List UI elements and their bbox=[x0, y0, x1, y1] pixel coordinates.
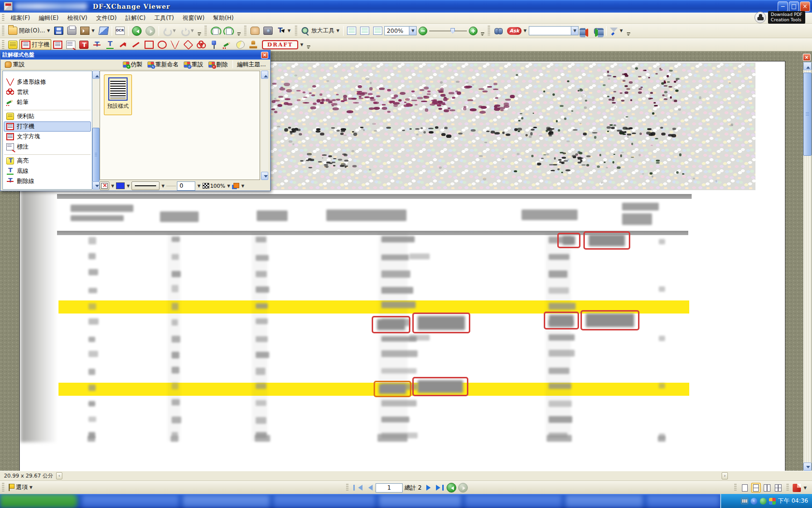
opacity-dropdown[interactable]: ▼ bbox=[226, 184, 231, 188]
scrollbar-thumb[interactable] bbox=[803, 73, 812, 156]
last-page-button[interactable] bbox=[435, 483, 445, 492]
snapshot-button[interactable] bbox=[261, 25, 275, 36]
palette-tool-item[interactable]: 多邊形線條 bbox=[4, 77, 91, 87]
scroll-down-button[interactable] bbox=[803, 463, 812, 471]
scroll-up-button[interactable] bbox=[803, 62, 812, 70]
actual-size-button[interactable] bbox=[345, 25, 358, 36]
typewriter-button[interactable]: 打字機 bbox=[19, 39, 51, 50]
rectangle-annotation[interactable] bbox=[580, 310, 639, 330]
sticky-note-button[interactable] bbox=[6, 39, 19, 50]
palette-tool-item[interactable]: 文字方塊 bbox=[4, 132, 91, 142]
select-text-button[interactable]: ▼ bbox=[275, 25, 293, 36]
next-page-button[interactable] bbox=[423, 483, 433, 492]
minimize-button[interactable]: − bbox=[778, 1, 788, 12]
zoom-in-button[interactable] bbox=[467, 25, 479, 37]
save-button[interactable] bbox=[52, 25, 65, 36]
rectangle-tool-button[interactable] bbox=[143, 39, 156, 50]
close-button[interactable]: × bbox=[800, 1, 810, 12]
palette-tool-item[interactable]: 打字機 bbox=[4, 121, 91, 132]
zoom-level-combo[interactable]: 200% bbox=[384, 26, 409, 35]
start-button[interactable] bbox=[0, 494, 77, 508]
single-page-layout-button[interactable] bbox=[740, 483, 750, 493]
stroke-color-button[interactable] bbox=[100, 181, 109, 190]
line-style-button[interactable] bbox=[131, 181, 160, 190]
toolbar-grip[interactable] bbox=[2, 40, 4, 49]
reset-style-button[interactable]: 重設 bbox=[181, 60, 206, 70]
polygon-tool-button[interactable] bbox=[182, 39, 195, 50]
blend-color-dropdown[interactable]: ▼ bbox=[240, 184, 245, 188]
scroll-up-button[interactable] bbox=[92, 71, 100, 79]
toolbar-grip[interactable] bbox=[2, 14, 4, 21]
toolbar-grip[interactable] bbox=[786, 484, 789, 492]
fill-color-dropdown[interactable]: ▼ bbox=[126, 184, 130, 188]
first-page-button[interactable] bbox=[352, 483, 362, 492]
taskbar-item[interactable] bbox=[274, 495, 375, 507]
menu-item[interactable]: 視窗(W) bbox=[178, 13, 209, 24]
redo-button[interactable]: ▼ bbox=[178, 26, 196, 36]
polyline-tool-button[interactable] bbox=[169, 39, 182, 50]
menu-item[interactable]: 檔案(F) bbox=[6, 13, 34, 24]
palette-tool-item[interactable]: 雲狀 bbox=[4, 87, 91, 97]
find-previous-button[interactable] bbox=[579, 25, 592, 36]
delete-style-button[interactable]: 刪除 bbox=[206, 60, 231, 70]
palette-tool-item[interactable]: 便利貼 bbox=[4, 110, 91, 121]
continuous-layout-button[interactable] bbox=[751, 483, 761, 493]
collapse-left-chevron[interactable]: ‹ bbox=[56, 472, 62, 479]
palette-tool-item[interactable]: 高亮 bbox=[4, 154, 91, 166]
undo-button[interactable]: ▼ bbox=[160, 26, 178, 36]
download-pdf-badge[interactable]: Download PDFCreation Tools bbox=[754, 11, 805, 24]
toolbar-overflow[interactable] bbox=[197, 31, 202, 38]
stroke-color-dropdown[interactable]: ▼ bbox=[110, 184, 115, 188]
rectangle-annotation[interactable] bbox=[372, 316, 410, 333]
vertical-scrollbar[interactable] bbox=[803, 62, 812, 471]
scroll-up-button[interactable] bbox=[261, 71, 268, 79]
scroll-down-button[interactable] bbox=[261, 172, 268, 180]
draft-stamp-button[interactable]: DRAFT▼ bbox=[260, 39, 305, 51]
find-next-button[interactable] bbox=[592, 25, 605, 36]
ocr-button[interactable]: OCR bbox=[114, 25, 127, 36]
zoom-out-button[interactable] bbox=[417, 25, 429, 37]
rotate-cw-button[interactable] bbox=[222, 25, 236, 37]
fit-width-button[interactable] bbox=[371, 25, 384, 36]
fit-page-button[interactable] bbox=[358, 25, 371, 36]
zoom-slider[interactable] bbox=[429, 27, 467, 35]
taskbar-item[interactable] bbox=[566, 495, 643, 507]
palette-reset-button[interactable]: 重設 bbox=[2, 60, 27, 70]
go-forward-button[interactable] bbox=[144, 25, 157, 37]
text-box-button[interactable] bbox=[51, 39, 64, 50]
view-forward-button[interactable] bbox=[458, 483, 468, 493]
pencil-tool-button[interactable] bbox=[221, 39, 234, 50]
toolbar-overflow[interactable] bbox=[626, 31, 631, 38]
previous-page-button[interactable] bbox=[364, 483, 374, 492]
toolbar-overflow[interactable] bbox=[480, 31, 485, 38]
rename-style-button[interactable]: 重新命名 bbox=[145, 60, 181, 70]
restore-button[interactable]: □ bbox=[789, 1, 799, 12]
menu-item[interactable]: 編輯(E) bbox=[34, 13, 63, 24]
rectangle-annotation[interactable] bbox=[557, 233, 580, 248]
keyboard-tray-icon[interactable] bbox=[741, 498, 748, 504]
hand-tool-button[interactable] bbox=[248, 25, 261, 36]
marker-tool-button[interactable] bbox=[234, 39, 247, 50]
rectangle-annotation[interactable] bbox=[374, 381, 411, 397]
toolbar-grip[interactable] bbox=[244, 26, 246, 35]
style-preset-tile[interactable]: 預設樣式 bbox=[104, 75, 132, 115]
oval-tool-button[interactable] bbox=[156, 39, 169, 50]
zoom-level-dropdown[interactable]: ▼ bbox=[409, 26, 417, 35]
menu-item[interactable]: 工具(T) bbox=[150, 13, 178, 24]
toolbar-grip[interactable] bbox=[346, 484, 348, 492]
toolbar-grip[interactable] bbox=[2, 26, 4, 35]
clone-style-button[interactable]: 仿製 bbox=[120, 60, 145, 70]
palette-title-bar[interactable]: 註解樣式色盤 × bbox=[0, 50, 270, 60]
scrollbar-thumb[interactable] bbox=[92, 128, 100, 182]
rectangle-annotation[interactable] bbox=[412, 313, 470, 333]
rectangle-annotation[interactable] bbox=[583, 231, 630, 250]
tray-icon-green[interactable] bbox=[760, 498, 767, 505]
edit-theme-button[interactable]: 編輯主題... bbox=[235, 60, 268, 70]
rectangle-annotation[interactable] bbox=[544, 312, 579, 329]
fill-color-swatch[interactable] bbox=[116, 182, 125, 189]
zoom-slider-thumb[interactable] bbox=[450, 28, 455, 34]
email-button[interactable] bbox=[97, 25, 110, 36]
palette-tool-item[interactable]: 底線 bbox=[4, 166, 91, 176]
stamp-tool-button[interactable] bbox=[247, 39, 260, 50]
tray-icon-update[interactable] bbox=[769, 498, 776, 505]
